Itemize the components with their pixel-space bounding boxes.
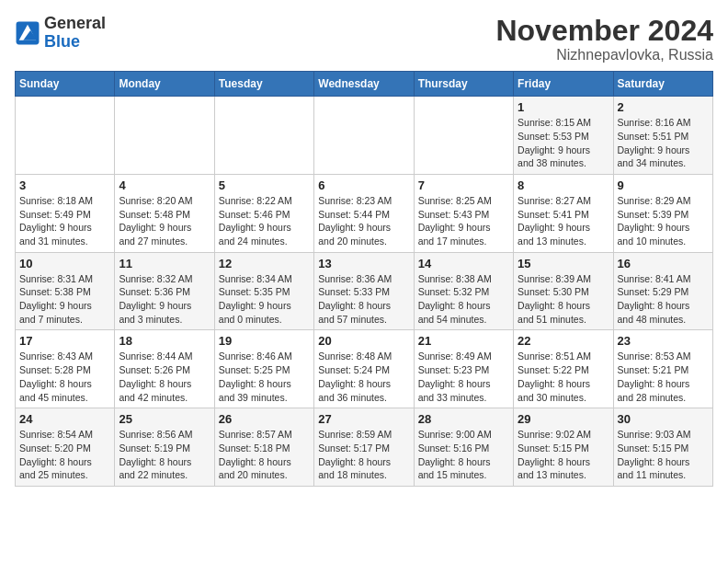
- logo-icon: [15, 20, 40, 46]
- day-info: Sunrise: 9:00 AM Sunset: 5:16 PM Dayligh…: [418, 428, 509, 482]
- day-info: Sunrise: 8:51 AM Sunset: 5:22 PM Dayligh…: [518, 350, 609, 404]
- day-info: Sunrise: 8:44 AM Sunset: 5:26 PM Dayligh…: [119, 350, 210, 404]
- calendar-cell: 22Sunrise: 8:51 AM Sunset: 5:22 PM Dayli…: [514, 330, 613, 408]
- weekday-header: Monday: [115, 72, 214, 97]
- day-number: 22: [518, 334, 609, 348]
- day-info: Sunrise: 9:03 AM Sunset: 5:15 PM Dayligh…: [618, 428, 709, 482]
- logo-general-text: General: [44, 14, 106, 32]
- day-info: Sunrise: 8:59 AM Sunset: 5:17 PM Dayligh…: [318, 428, 409, 482]
- day-info: Sunrise: 8:54 AM Sunset: 5:20 PM Dayligh…: [19, 428, 110, 482]
- calendar-cell: 4Sunrise: 8:20 AM Sunset: 5:48 PM Daylig…: [115, 174, 214, 252]
- calendar-cell: 1Sunrise: 8:15 AM Sunset: 5:53 PM Daylig…: [514, 97, 613, 175]
- day-info: Sunrise: 8:18 AM Sunset: 5:49 PM Dayligh…: [19, 194, 110, 248]
- calendar-cell: 15Sunrise: 8:39 AM Sunset: 5:30 PM Dayli…: [514, 252, 613, 330]
- calendar-cell: 12Sunrise: 8:34 AM Sunset: 5:35 PM Dayli…: [214, 252, 313, 330]
- calendar-cell: 23Sunrise: 8:53 AM Sunset: 5:21 PM Dayli…: [613, 330, 712, 408]
- day-number: 26: [219, 412, 310, 426]
- calendar-cell: 17Sunrise: 8:43 AM Sunset: 5:28 PM Dayli…: [16, 330, 115, 408]
- calendar-title: November 2024: [495, 15, 713, 47]
- calendar-cell: 13Sunrise: 8:36 AM Sunset: 5:33 PM Dayli…: [314, 252, 414, 330]
- calendar-cell: 11Sunrise: 8:32 AM Sunset: 5:36 PM Dayli…: [115, 252, 214, 330]
- day-info: Sunrise: 8:46 AM Sunset: 5:25 PM Dayligh…: [219, 350, 310, 404]
- day-info: Sunrise: 8:22 AM Sunset: 5:46 PM Dayligh…: [219, 194, 310, 248]
- title-block: November 2024 Nizhnepavlovka, Russia: [495, 15, 713, 63]
- day-number: 10: [19, 257, 110, 270]
- logo: General Blue: [15, 15, 106, 52]
- weekday-header: Saturday: [613, 72, 712, 97]
- calendar-cell: 26Sunrise: 8:57 AM Sunset: 5:18 PM Dayli…: [214, 408, 313, 487]
- calendar-cell: 19Sunrise: 8:46 AM Sunset: 5:25 PM Dayli…: [214, 330, 313, 408]
- day-number: 8: [518, 178, 609, 192]
- day-info: Sunrise: 8:39 AM Sunset: 5:30 PM Dayligh…: [518, 272, 609, 327]
- day-info: Sunrise: 8:38 AM Sunset: 5:32 PM Dayligh…: [418, 272, 509, 327]
- day-number: 2: [618, 100, 709, 114]
- day-number: 30: [618, 412, 709, 426]
- day-info: Sunrise: 8:56 AM Sunset: 5:19 PM Dayligh…: [119, 428, 210, 482]
- calendar-header-row: SundayMondayTuesdayWednesdayThursdayFrid…: [16, 72, 713, 97]
- logo-blue-text: Blue: [44, 32, 80, 51]
- day-number: 7: [418, 178, 509, 192]
- day-number: 11: [119, 257, 210, 270]
- weekday-header: Wednesday: [314, 72, 414, 97]
- day-number: 21: [418, 334, 509, 348]
- calendar-week-row: 24Sunrise: 8:54 AM Sunset: 5:20 PM Dayli…: [16, 408, 713, 487]
- day-number: 25: [119, 412, 210, 426]
- calendar-cell: [16, 97, 115, 175]
- calendar-cell: 5Sunrise: 8:22 AM Sunset: 5:46 PM Daylig…: [214, 174, 313, 252]
- day-number: 27: [318, 412, 409, 426]
- page-header: General Blue November 2024 Nizhnepavlovk…: [15, 15, 713, 63]
- day-number: 19: [219, 334, 310, 348]
- day-number: 6: [318, 178, 409, 192]
- calendar-cell: 25Sunrise: 8:56 AM Sunset: 5:19 PM Dayli…: [115, 408, 214, 487]
- day-number: 16: [618, 257, 709, 270]
- day-info: Sunrise: 8:57 AM Sunset: 5:18 PM Dayligh…: [219, 428, 310, 482]
- day-number: 28: [418, 412, 509, 426]
- day-number: 14: [418, 257, 509, 270]
- calendar-cell: 29Sunrise: 9:02 AM Sunset: 5:15 PM Dayli…: [514, 408, 613, 487]
- weekday-header: Friday: [514, 72, 613, 97]
- day-number: 29: [518, 412, 609, 426]
- day-number: 3: [19, 178, 110, 192]
- day-info: Sunrise: 8:23 AM Sunset: 5:44 PM Dayligh…: [318, 194, 409, 248]
- calendar-subtitle: Nizhnepavlovka, Russia: [495, 47, 713, 63]
- day-info: Sunrise: 8:27 AM Sunset: 5:41 PM Dayligh…: [518, 194, 609, 248]
- day-number: 1: [518, 100, 609, 114]
- calendar-cell: 28Sunrise: 9:00 AM Sunset: 5:16 PM Dayli…: [414, 408, 513, 487]
- day-number: 15: [518, 257, 609, 270]
- calendar-cell: 14Sunrise: 8:38 AM Sunset: 5:32 PM Dayli…: [414, 252, 513, 330]
- calendar-cell: 24Sunrise: 8:54 AM Sunset: 5:20 PM Dayli…: [16, 408, 115, 487]
- calendar-cell: [314, 97, 414, 175]
- calendar-cell: 6Sunrise: 8:23 AM Sunset: 5:44 PM Daylig…: [314, 174, 414, 252]
- day-number: 18: [119, 334, 210, 348]
- day-info: Sunrise: 8:36 AM Sunset: 5:33 PM Dayligh…: [318, 272, 409, 327]
- day-info: Sunrise: 8:15 AM Sunset: 5:53 PM Dayligh…: [518, 116, 609, 170]
- weekday-header: Thursday: [414, 72, 513, 97]
- calendar-week-row: 3Sunrise: 8:18 AM Sunset: 5:49 PM Daylig…: [16, 174, 713, 252]
- day-info: Sunrise: 8:29 AM Sunset: 5:39 PM Dayligh…: [618, 194, 709, 248]
- day-info: Sunrise: 8:43 AM Sunset: 5:28 PM Dayligh…: [19, 350, 110, 404]
- weekday-header: Tuesday: [214, 72, 313, 97]
- calendar-cell: [414, 97, 513, 175]
- calendar-cell: 18Sunrise: 8:44 AM Sunset: 5:26 PM Dayli…: [115, 330, 214, 408]
- calendar-cell: 30Sunrise: 9:03 AM Sunset: 5:15 PM Dayli…: [613, 408, 712, 487]
- calendar-cell: 21Sunrise: 8:49 AM Sunset: 5:23 PM Dayli…: [414, 330, 513, 408]
- day-info: Sunrise: 8:53 AM Sunset: 5:21 PM Dayligh…: [618, 350, 709, 404]
- calendar-week-row: 17Sunrise: 8:43 AM Sunset: 5:28 PM Dayli…: [16, 330, 713, 408]
- day-number: 12: [219, 257, 310, 270]
- day-number: 4: [119, 178, 210, 192]
- day-number: 17: [19, 334, 110, 348]
- calendar-week-row: 10Sunrise: 8:31 AM Sunset: 5:38 PM Dayli…: [16, 252, 713, 330]
- day-number: 23: [618, 334, 709, 348]
- day-info: Sunrise: 8:16 AM Sunset: 5:51 PM Dayligh…: [618, 116, 709, 170]
- day-info: Sunrise: 8:20 AM Sunset: 5:48 PM Dayligh…: [119, 194, 210, 248]
- day-number: 13: [318, 257, 409, 270]
- day-number: 24: [19, 412, 110, 426]
- calendar-cell: 2Sunrise: 8:16 AM Sunset: 5:51 PM Daylig…: [613, 97, 712, 175]
- calendar-cell: [115, 97, 214, 175]
- calendar-table: SundayMondayTuesdayWednesdayThursdayFrid…: [15, 71, 713, 487]
- day-number: 9: [618, 178, 709, 192]
- calendar-cell: 8Sunrise: 8:27 AM Sunset: 5:41 PM Daylig…: [514, 174, 613, 252]
- weekday-header: Sunday: [16, 72, 115, 97]
- calendar-cell: [214, 97, 313, 175]
- day-info: Sunrise: 8:48 AM Sunset: 5:24 PM Dayligh…: [318, 350, 409, 404]
